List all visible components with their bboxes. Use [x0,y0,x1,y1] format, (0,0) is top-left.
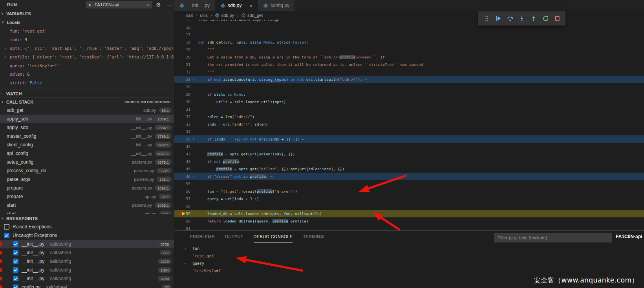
exception-toggle[interactable]: Raised Exceptions [0,222,174,231]
fold-chevron-icon[interactable]: › [192,135,195,143]
panel-tab-terminal[interactable]: TERMINAL [303,231,326,242]
exception-toggle[interactable]: Uncaught Exceptions [0,231,174,240]
more-actions-icon[interactable]: ⋯ [167,0,172,9]
breakpoint-row[interactable]: __init__.pysalt/config2384 [0,266,174,274]
variable-row[interactable]: ›opts: {'__cli': 'salt-api', '__role': '… [0,44,174,53]
variable-row[interactable]: query: 'testKey?a=1' [0,61,174,70]
vscode-window: RUN ▶ FA1C0N-api ∨ ⚙ ⋯ ∨ VARIABLES ∨ Loc… [0,0,644,288]
breakpoint-row[interactable]: __init__.pysalt/wheel127 [0,248,174,257]
drag-handle-button[interactable] [482,14,491,23]
code-line-21: 21 the uri provided is not valid, then i… [174,61,644,68]
debug-session-label[interactable]: FA1C0N-api [616,231,642,242]
call-stack-frame[interactable]: setup_configparsers.py3579:1 [0,158,174,166]
call-stack-frame[interactable]: apply_sdb__init__.py2379:1 [0,115,174,123]
launch-config-dropdown[interactable]: ▶ FA1C0N-api ∨ [86,1,152,9]
line-number[interactable]: 17 [174,31,190,38]
panel-tab-problems[interactable]: PROBLEMS [190,231,215,242]
variable-value: 'rest.get' [22,29,47,33]
console-filter-input[interactable] [494,233,612,242]
line-number[interactable]: 35 [174,135,190,143]
tab-config-py[interactable]: config.py [258,0,295,11]
step-over-button[interactable] [506,14,514,23]
chevron-right-icon[interactable]: › [4,53,6,61]
line-number[interactable]: 44 [174,158,190,165]
chevron-right-icon[interactable]: › [4,44,6,53]
stop-button[interactable] [553,14,562,23]
call-stack-frame[interactable]: startapi.py67:1 [0,210,174,214]
line-number[interactable]: 20 [174,53,190,61]
line-number[interactable]: 58 [174,202,190,210]
continue-button[interactable] [494,14,503,23]
breadcrumb-item[interactable]: utils [200,13,208,18]
line-number[interactable]: 56 [174,188,190,195]
call-stack-frame[interactable]: apply_sdb__init__.py2384:1 [0,123,174,132]
line-number[interactable]: 16 [174,24,190,31]
code-line-28: 28 [174,83,644,91]
code-editor[interactable]: 15from salt.ext.six.moves import range16… [174,20,644,230]
line-number[interactable]: 57 [174,195,190,202]
line-number[interactable]: 15 [174,20,190,24]
breakpoint-dot-icon [0,251,2,255]
line-number[interactable]: 34 [174,128,190,135]
line-number[interactable]: 31 [174,106,190,113]
line-number[interactable]: 46 [174,173,190,180]
watch-section-header[interactable]: › WATCH [0,89,174,97]
variable-row[interactable]: sdlen: 6 [0,70,174,78]
call-stack-frame[interactable]: process_config_dirparsers.py553:1 [0,166,174,175]
start-debugging-icon[interactable]: ▶ [89,3,91,7]
call-stack-frame[interactable]: parse_argsparsers.py196:1 [0,175,174,184]
call-stack-frame[interactable]: sdb_getsdb.py59:1 [0,106,174,115]
variables-section-header[interactable]: ∨ VARIABLES [0,9,174,18]
line-number[interactable]: 21 [174,61,190,68]
breadcrumb-item[interactable]: sdb_get [241,13,263,18]
line-number[interactable]: 33 [174,120,190,128]
step-out-button[interactable] [529,14,538,23]
line-number[interactable]: 30 [174,98,190,106]
breadcrumb-item[interactable]: sdb.py [215,13,234,18]
breakpoint-row[interactable]: config.pysalt/wheel37 [0,283,174,288]
line-number[interactable]: 60 [174,217,190,225]
variables-scope-locals[interactable]: ∨ Locals [0,18,174,27]
panel-tab-output[interactable]: OUTPUT [225,231,243,242]
restart-button[interactable] [541,14,550,23]
fold-chevron-icon[interactable]: › [192,173,195,180]
line-number[interactable]: 43 [174,150,190,158]
line-number[interactable]: 18 [174,38,190,46]
line-number[interactable]: 28 [174,83,190,91]
call-stack-frame[interactable]: api_config__init__.py4027:1 [0,149,174,158]
line-number[interactable]: 29 [174,91,190,98]
breadcrumb-item[interactable]: salt [186,13,193,18]
gear-icon[interactable]: ⚙ [156,0,161,9]
call-stack-frame[interactable]: client_config__init__.py3987:1 [0,140,174,149]
breakpoint-row[interactable]: __init__.pysalt/config3738 [0,240,174,248]
variable-row[interactable]: ›profile: {'driver': 'rest', 'testKey': … [0,53,174,61]
code-line-59: 59 loaded_db = salt.loader.sdb(opts, fun… [174,210,644,217]
line-number[interactable]: 55 [174,180,190,188]
call-stack-frame[interactable]: prepareapi.py37:1 [0,192,174,201]
tab--init-py[interactable]: __init__.py [174,0,215,11]
step-into-icon [520,16,524,22]
call-stack-frame[interactable]: prepareparsers.py1092:1 [0,184,174,192]
line-number[interactable]: 61 [174,225,190,230]
fold-chevron-icon[interactable]: › [192,76,195,83]
breakpoints-section-header[interactable]: ∨ BREAKPOINTS [0,214,174,222]
line-number[interactable]: 45 [174,165,190,173]
line-number[interactable]: 19 [174,46,190,53]
sidebar-editor-divider[interactable] [174,0,174,288]
line-number[interactable]: 32 [174,113,190,120]
call-stack-section-header[interactable]: ∨ CALL STACK PAUSED ON BREAKPOINT [0,97,174,106]
line-number[interactable]: 22 [174,68,190,76]
tab-sdb-py[interactable]: sdb.py× [215,0,258,11]
panel-tab-debug-console[interactable]: DEBUG CONSOLE [254,231,293,242]
breakpoint-row[interactable]: __init__.pysalt/config2379 [0,257,174,266]
call-stack-frame[interactable]: startparsers.py1095:1 [0,201,174,210]
line-number[interactable]: 42 [174,143,190,150]
close-icon[interactable]: × [249,3,252,9]
call-stack-frame[interactable]: master_config__init__.py3789:1 [0,132,174,140]
variable-row[interactable]: indx: 9 [0,35,174,44]
step-into-button[interactable] [518,14,526,23]
breakpoint-row[interactable]: __init__.pysalt/config3789 [0,274,174,283]
variable-row[interactable]: strict: False [0,78,174,87]
variable-row[interactable]: fun: 'rest.get' [0,27,174,35]
line-number[interactable]: 23 [174,76,190,83]
